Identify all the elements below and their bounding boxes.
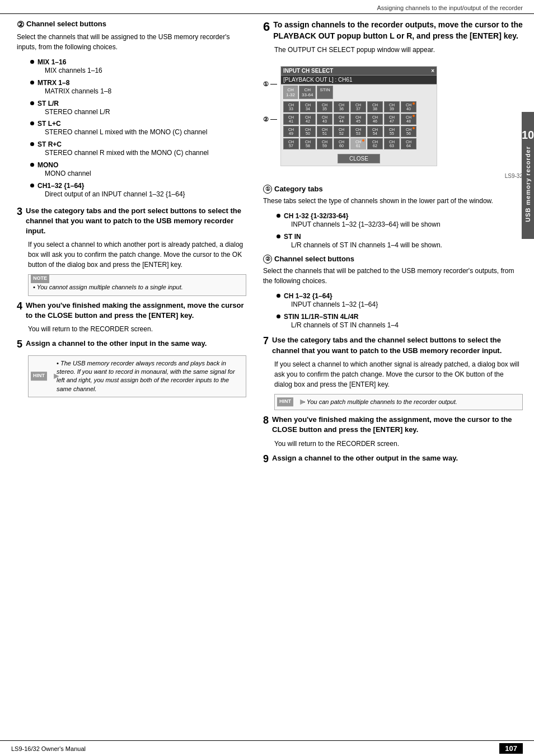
ch-btn[interactable]: CH 60 [334, 138, 349, 149]
bullet-ch132: CH1–32 {1–64} Direct output of an INPUT … [30, 181, 246, 199]
popup-close-x[interactable]: × [431, 68, 434, 74]
popup-subtitle: [PLAYBACK OUT L] : CH61 [281, 76, 437, 84]
step7: 7 Use the category tabs and the channel … [263, 335, 523, 410]
page-number: 107 [499, 743, 523, 754]
section2-body: Select the channels that will be assigne… [17, 32, 246, 52]
bullet-stin: ST IN L/R channels of ST IN channels 1–4… [277, 232, 523, 250]
ch-btn[interactable]: CH 53 [350, 126, 366, 137]
hint7-label: HINT [277, 398, 293, 407]
ch-btn[interactable]: CH 44 [334, 114, 349, 125]
close-button[interactable]: CLOSE [338, 154, 380, 163]
ann2-body: Select the channels that will be patched… [263, 266, 523, 286]
ch164r-label: CH 1–32 {1–64} [284, 292, 332, 300]
note-text: • You cannot assign multiple channels to… [33, 283, 241, 292]
bullet-stlr: ST L/R STEREO channel L/R [30, 99, 246, 117]
footer-left: LS9-16/32 Owner's Manual [11, 745, 86, 752]
note-box: NOTE • You cannot assign multiple channe… [28, 274, 246, 296]
step9: 9 Assign a channel to the other output i… [263, 453, 523, 466]
ch-btn[interactable]: CH 56 [401, 126, 416, 137]
ch-btn-selected[interactable]: CH 61 [350, 138, 366, 149]
ch-btn[interactable]: CH 52 [334, 126, 349, 137]
ann1-num: ① [263, 81, 269, 88]
strc-text: STEREO channel R mixed with the MONO (C)… [45, 148, 209, 158]
ch-btn[interactable]: CH 59 [317, 138, 332, 149]
step9-title: Assign a channel to the other output in … [272, 453, 458, 463]
ch-btn[interactable]: CH 43 [317, 114, 332, 125]
bullet-dot [277, 234, 280, 238]
tab-stin[interactable]: STIN [317, 86, 332, 99]
stin-label: ST IN [284, 233, 301, 241]
ann2-circle: ② [263, 255, 272, 264]
popup-image-container: ① ② INPUT CH SELECT × [ [263, 60, 523, 179]
ch-btn[interactable]: CH 55 [384, 126, 400, 137]
mono-text: MONO channel [45, 169, 91, 179]
ch-btn[interactable]: CH 49 [283, 126, 299, 137]
stlr-text: STEREO channel L/R [45, 107, 110, 117]
hint-box: HINT ► • The USB memory recorder always … [28, 355, 246, 398]
ch-btn[interactable]: CH 48 [401, 114, 416, 125]
popup-screen: INPUT CH SELECT × [PLAYBACK OUT L] : CH6… [280, 66, 437, 166]
hint-text: • The USB memory recorder always records… [57, 359, 241, 394]
bullet-dot [277, 314, 280, 318]
mix-text: MIX channels 1–16 [45, 66, 102, 76]
ch-btn[interactable]: CH 64 [401, 138, 416, 149]
page-footer: LS9-16/32 Owner's Manual 107 [0, 740, 534, 756]
hint-arrow-icon: ► [52, 369, 61, 383]
step8-number: 8 [263, 415, 269, 427]
ch-btn[interactable]: CH 34 [300, 101, 316, 112]
ann1-body: These tabs select the type of channels s… [263, 196, 523, 206]
page-header: Assigning channels to the input/output o… [0, 0, 534, 14]
ch-btn[interactable]: CH 46 [367, 114, 383, 125]
ann2-num: ② [263, 116, 269, 123]
stin14-text: L/R channels of ST IN channels 1–4 [291, 321, 399, 330]
mono-label: MONO [38, 161, 58, 169]
bullet-dot [30, 184, 34, 187]
step3-body: If you select a channel to which another… [28, 240, 246, 270]
ch-btn[interactable]: CH 36 [334, 101, 349, 112]
step9-number: 9 [263, 453, 269, 466]
ch-btn[interactable]: CH 58 [300, 138, 316, 149]
note-label: NOTE [31, 274, 49, 283]
chapter-label: USB memory recorder [524, 146, 531, 222]
left-column: ② Channel select buttons Select the chan… [0, 20, 257, 468]
bullet-dot [30, 163, 34, 167]
ch-btn[interactable]: CH 47 [384, 114, 400, 125]
step6-number: 6 [263, 20, 270, 34]
step4-body: You will return to the RECORDER screen. [28, 324, 246, 334]
ch-btn[interactable]: CH 37 [350, 101, 366, 112]
step3-number: 3 [17, 206, 22, 218]
ch-btn[interactable]: CH 41 [283, 114, 299, 125]
ch-btn[interactable]: CH 63 [384, 138, 400, 149]
ch-btn[interactable]: CH 62 [367, 138, 383, 149]
ch-btn[interactable]: CH 57 [283, 138, 299, 149]
hint-arrow-icon-7: ► [298, 395, 307, 408]
ch-btn[interactable]: CH 33 [283, 101, 299, 112]
ch-btn[interactable]: CH 50 [300, 126, 316, 137]
ch-btn[interactable]: CH 38 [367, 101, 383, 112]
step6: 6 To assign channels to the recorder out… [263, 20, 523, 55]
step8: 8 When you've finished making the assign… [263, 415, 523, 448]
ch-btn[interactable]: CH 45 [350, 114, 366, 125]
ch-btn[interactable]: CH 39 [384, 101, 400, 112]
tab-ch3364[interactable]: CH 33-64 [299, 86, 316, 99]
bullet-dot [277, 294, 280, 298]
mtrx-label: MTRX 1–8 [38, 79, 69, 87]
ch-btn[interactable]: CH 40 [401, 101, 416, 112]
tab-ch132[interactable]: CH 1-32 [283, 86, 298, 99]
bullet-dot [30, 81, 34, 84]
ch-btn[interactable]: CH 54 [367, 126, 383, 137]
bullet-dot [30, 142, 34, 146]
ch-btn[interactable]: CH 51 [317, 126, 332, 137]
bullet-mix: MIX 1–16 MIX channels 1–16 [30, 58, 246, 76]
stlc-label: ST L+C [38, 120, 61, 128]
mtrx-text: MATRIX channels 1–8 [45, 87, 111, 96]
step8-title: When you've finished making the assignme… [272, 415, 523, 435]
step7-title: Use the category tabs and the channel se… [272, 335, 523, 355]
ch-btn[interactable]: CH 42 [300, 114, 316, 125]
ch-btn[interactable]: CH 35 [317, 101, 332, 112]
ch-grid-area: CH 33 CH 34 CH 35 CH 36 CH 37 CH 38 CH 3… [281, 100, 437, 152]
ann1-circle: ① [263, 185, 272, 194]
step5-title: Assign a channel to the other input in t… [26, 339, 207, 349]
ch164r-text: INPUT channels 1–32 {1–64} [291, 300, 378, 309]
close-row: CLOSE [281, 152, 437, 166]
